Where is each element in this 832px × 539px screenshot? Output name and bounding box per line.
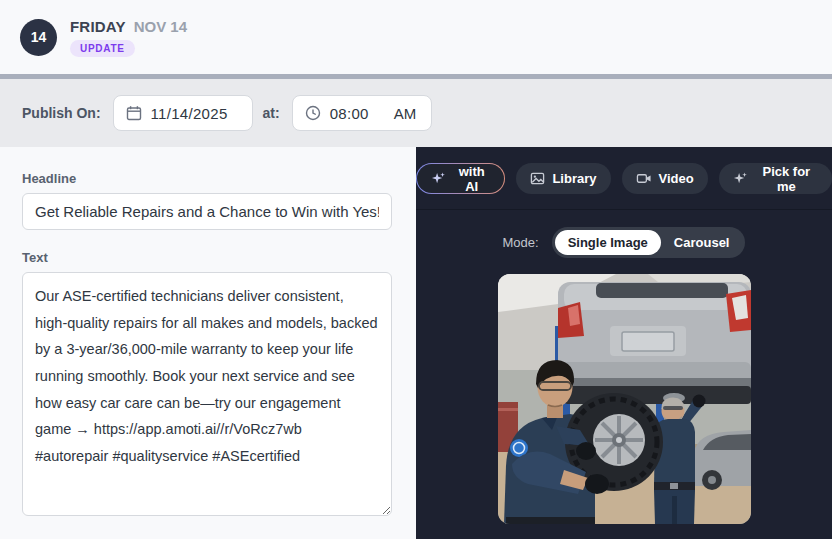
media-pane: with AI Library <box>416 147 832 539</box>
mode-segmented-control: Single Image Carousel <box>552 227 746 258</box>
meridiem-value: AM <box>394 105 417 122</box>
headline-input[interactable] <box>22 193 392 230</box>
clock-icon <box>305 105 321 121</box>
header-info: FRIDAY NOV 14 UPDATE <box>70 18 187 57</box>
publish-date-input[interactable]: 11/14/2025 <box>113 95 253 131</box>
weekday-label: FRIDAY <box>70 18 126 35</box>
calendar-day-circle: 14 <box>20 19 57 56</box>
pick-for-me-label: Pick for me <box>755 164 818 194</box>
update-status-badge: UPDATE <box>70 40 135 57</box>
publish-time-value: 08:00 <box>330 105 369 122</box>
day-number: 14 <box>31 29 47 45</box>
publish-on-label: Publish On: <box>22 105 101 121</box>
post-image-preview[interactable] <box>498 274 751 524</box>
mechanics-photo-illustration <box>498 274 751 524</box>
video-button[interactable]: Video <box>622 163 708 194</box>
calendar-icon <box>126 105 142 121</box>
text-label: Text <box>22 250 392 265</box>
editor-content: Headline Text Our ASE-certified technici… <box>0 147 832 539</box>
post-header: 14 FRIDAY NOV 14 UPDATE <box>0 0 832 74</box>
publish-date-value: 11/14/2025 <box>151 105 228 122</box>
sparkles-icon <box>733 171 748 186</box>
sparkles-icon <box>431 171 446 186</box>
mode-row: Mode: Single Image Carousel <box>416 227 832 258</box>
date-label: NOV 14 <box>134 18 187 35</box>
mode-label: Mode: <box>503 235 539 250</box>
headline-label: Headline <box>22 171 392 186</box>
video-label: Video <box>659 171 694 186</box>
media-toolbar: with AI Library <box>416 147 832 210</box>
library-label: Library <box>552 171 596 186</box>
mode-option-carousel[interactable]: Carousel <box>661 230 743 255</box>
with-ai-button[interactable]: with AI <box>416 163 505 194</box>
at-label: at: <box>263 105 280 121</box>
post-editor: 14 FRIDAY NOV 14 UPDATE Publish On: 11/1… <box>0 0 832 539</box>
library-button[interactable]: Library <box>516 163 610 194</box>
text-editor-pane: Headline Text Our ASE-certified technici… <box>0 147 416 539</box>
image-icon <box>530 171 545 186</box>
pick-for-me-button[interactable]: Pick for me <box>719 163 832 194</box>
post-text-textarea[interactable]: Our ASE-certified technicians deliver co… <box>22 272 392 516</box>
mode-option-single-image[interactable]: Single Image <box>555 230 661 255</box>
video-camera-icon <box>636 171 652 186</box>
publish-time-input[interactable]: 08:00 AM <box>292 95 432 131</box>
publish-row: Publish On: 11/14/2025 at: 08:00 <box>0 79 832 147</box>
with-ai-label: with AI <box>453 164 490 194</box>
